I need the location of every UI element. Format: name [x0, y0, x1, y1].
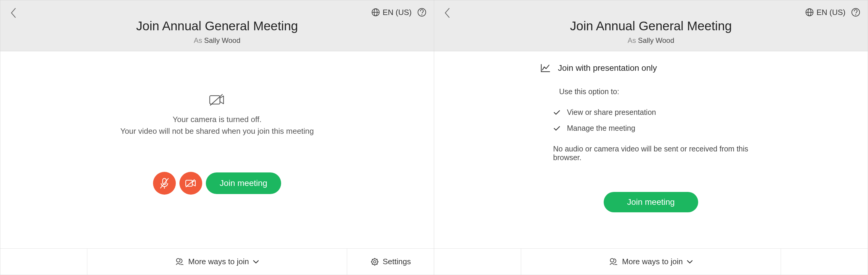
top-right-controls: EN (US)	[371, 7, 427, 17]
gear-icon	[370, 257, 379, 266]
mic-toggle-button[interactable]	[153, 172, 176, 195]
help-button[interactable]	[851, 7, 861, 17]
check-icon	[553, 125, 560, 131]
camera-off-msg1: Your camera is turned off.	[120, 115, 314, 124]
presentation-join-wrap: Join meeting	[540, 174, 762, 212]
more-ways-to-join-button[interactable]: More ways to join	[87, 249, 347, 275]
presentation-item-label: Manage the meeting	[567, 124, 636, 133]
join-meeting-button[interactable]: Join meeting	[604, 192, 698, 212]
header-left: EN (US) Join Annual General Meeting As S…	[0, 0, 434, 51]
title-block: Join Annual General Meeting As Sally Woo…	[434, 0, 868, 45]
check-icon	[553, 109, 560, 115]
svg-rect-5	[210, 96, 220, 104]
footer-right: More ways to join	[434, 248, 868, 275]
back-button[interactable]	[10, 7, 17, 18]
user-name: Sally Wood	[204, 36, 240, 44]
more-ways-label: More ways to join	[622, 257, 683, 266]
footer-spacer-right	[781, 249, 868, 275]
language-selector[interactable]: EN (US)	[805, 8, 845, 17]
page-title: Join Annual General Meeting	[0, 19, 434, 33]
language-selector[interactable]: EN (US)	[371, 8, 412, 17]
camera-toggle-button[interactable]	[179, 172, 202, 195]
back-button[interactable]	[444, 7, 451, 18]
body-left: Your camera is turned off. Your video wi…	[0, 51, 434, 248]
more-ways-icon	[175, 257, 185, 267]
user-name: Sally Wood	[638, 36, 674, 44]
top-right-controls: EN (US)	[805, 7, 861, 17]
presentation-block: Join with presentation only Use this opt…	[540, 63, 762, 212]
camera-off-block: Your camera is turned off. Your video wi…	[120, 93, 314, 136]
footer-spacer-left	[0, 249, 87, 275]
svg-point-4	[422, 14, 423, 15]
camera-off-icon	[209, 93, 225, 106]
settings-label: Settings	[383, 257, 411, 266]
page-title: Join Annual General Meeting	[434, 19, 868, 33]
footer-spacer-left	[434, 249, 521, 275]
chart-icon	[540, 63, 551, 73]
header-right: EN (US) Join Annual General Meeting As S…	[434, 0, 868, 51]
language-label: EN (US)	[382, 8, 412, 17]
camera-off-small-icon	[185, 178, 197, 188]
presentation-title: Join with presentation only	[558, 63, 657, 73]
help-icon	[851, 7, 861, 17]
settings-button[interactable]: Settings	[347, 249, 434, 275]
mic-off-icon	[159, 177, 169, 189]
join-controls: Join meeting	[153, 172, 281, 195]
svg-line-6	[210, 95, 222, 105]
svg-point-14	[372, 259, 378, 265]
page-subtitle: As Sally Wood	[434, 36, 868, 45]
language-label: EN (US)	[816, 8, 845, 17]
left-pane: EN (US) Join Annual General Meeting As S…	[0, 0, 434, 275]
globe-icon	[805, 8, 814, 17]
globe-icon	[371, 8, 380, 17]
title-block: Join Annual General Meeting As Sally Woo…	[0, 0, 434, 45]
chevron-left-icon	[444, 7, 451, 18]
join-meeting-button[interactable]: Join meeting	[206, 172, 281, 194]
as-prefix: As	[194, 36, 204, 44]
svg-point-20	[610, 259, 614, 262]
svg-rect-10	[186, 180, 192, 186]
chevron-down-icon	[686, 260, 693, 264]
footer-left: More ways to join Settings	[0, 248, 434, 275]
presentation-item-label: View or share presentation	[567, 108, 656, 117]
camera-off-msg2: Your video will not be shared when you j…	[120, 127, 314, 136]
svg-point-13	[374, 261, 376, 263]
help-button[interactable]	[417, 7, 427, 17]
right-pane: EN (US) Join Annual General Meeting As S…	[434, 0, 868, 275]
more-ways-to-join-button[interactable]: More ways to join	[521, 249, 781, 275]
presentation-note: No audio or camera video will be sent or…	[553, 144, 762, 162]
svg-point-19	[856, 14, 856, 15]
as-prefix: As	[628, 36, 638, 44]
help-icon	[417, 7, 427, 17]
presentation-item: Manage the meeting	[553, 124, 762, 133]
page-subtitle: As Sally Wood	[0, 36, 434, 45]
chevron-down-icon	[253, 260, 259, 264]
svg-point-12	[177, 259, 180, 262]
more-ways-label: More ways to join	[188, 257, 249, 266]
presentation-title-row: Join with presentation only	[540, 63, 762, 73]
body-right: Join with presentation only Use this opt…	[434, 51, 868, 248]
svg-line-11	[186, 180, 194, 187]
chevron-left-icon	[10, 7, 17, 18]
more-ways-icon	[609, 257, 618, 267]
presentation-intro: Use this option to:	[559, 87, 762, 96]
presentation-item: View or share presentation	[553, 108, 762, 117]
